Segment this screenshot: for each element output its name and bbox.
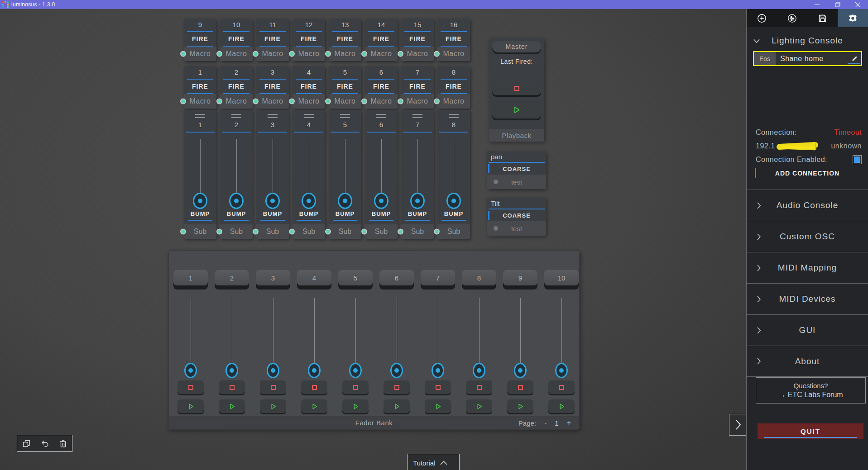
sidebar-item-audio-console[interactable]: Audio Console — [747, 190, 868, 221]
sidebar-item-about[interactable]: About — [747, 346, 868, 377]
sub-row[interactable]: Sub — [437, 224, 470, 239]
macro-row[interactable]: Macro — [329, 47, 361, 61]
macro-row[interactable]: Macro — [184, 47, 216, 61]
bank-select-button[interactable]: 8 — [462, 270, 496, 285]
bump-button[interactable]: BUMP — [437, 210, 470, 217]
minimize-icon[interactable] — [807, 0, 827, 9]
sidebar-item-midi-devices[interactable]: MIDI Devices — [747, 283, 868, 314]
bump-button[interactable]: BUMP — [401, 210, 434, 217]
bank-select-button[interactable]: 9 — [503, 270, 537, 285]
master-button[interactable]: Master — [492, 41, 541, 52]
master-play-button[interactable] — [492, 101, 541, 119]
save-icon[interactable] — [807, 9, 838, 27]
undo-icon[interactable] — [40, 439, 49, 448]
bank-stop-button[interactable] — [260, 380, 286, 394]
bank-stop-button[interactable] — [507, 380, 533, 394]
fader-knob[interactable] — [473, 363, 485, 378]
fader-track[interactable] — [417, 139, 418, 199]
fire-button[interactable]: FIRE — [220, 80, 253, 93]
fire-button[interactable]: FIRE — [365, 80, 398, 93]
duplicate-icon[interactable] — [22, 439, 31, 448]
bank-stop-button[interactable] — [425, 380, 451, 394]
bump-button[interactable]: BUMP — [329, 210, 361, 217]
fader-track[interactable] — [520, 298, 521, 367]
bump-button[interactable]: BUMP — [293, 210, 325, 217]
drag-handle-icon[interactable] — [268, 114, 278, 118]
bank-select-button[interactable]: 3 — [256, 270, 290, 285]
fader-track[interactable] — [309, 139, 309, 199]
sub-row[interactable]: Sub — [220, 224, 253, 239]
bank-stop-button[interactable] — [466, 380, 492, 394]
fader-knob[interactable] — [184, 363, 197, 378]
macro-row[interactable]: Macro — [401, 94, 434, 109]
fire-button[interactable]: FIRE — [329, 80, 361, 93]
macro-row[interactable]: Macro — [365, 94, 398, 109]
fire-button[interactable]: FIRE — [329, 32, 361, 46]
restore-icon[interactable] — [827, 0, 848, 9]
fire-button[interactable]: FIRE — [437, 32, 470, 46]
fader-knob[interactable] — [193, 193, 207, 209]
fire-button[interactable]: FIRE — [293, 80, 325, 93]
pan-name-input[interactable]: pan — [487, 151, 546, 162]
macro-row[interactable]: Macro — [220, 94, 253, 109]
lighting-console-header[interactable]: Lighting Console — [747, 34, 868, 47]
drag-handle-icon[interactable] — [449, 114, 459, 118]
fader-track[interactable] — [273, 298, 273, 367]
macro-row[interactable]: Macro — [256, 47, 289, 61]
questions-link[interactable]: Questions? → ETC Labs Forum — [756, 377, 866, 404]
bump-button[interactable]: BUMP — [220, 210, 253, 217]
fader-knob[interactable] — [432, 363, 444, 378]
sidebar-item-gui[interactable]: GUI — [747, 314, 868, 346]
add-block-icon[interactable] — [747, 9, 777, 27]
fader-knob[interactable] — [514, 363, 527, 378]
pan-test-row[interactable]: test — [487, 175, 546, 189]
bank-play-button[interactable] — [342, 399, 369, 413]
fader-track[interactable] — [232, 298, 232, 367]
bank-stop-button[interactable] — [548, 380, 575, 394]
fader-knob[interactable] — [374, 193, 388, 209]
fader-knob[interactable] — [267, 363, 279, 378]
bank-play-button[interactable] — [177, 399, 204, 413]
bump-button[interactable]: BUMP — [365, 210, 398, 217]
drag-handle-icon[interactable] — [195, 114, 205, 118]
sidebar-item-custom-osc[interactable]: Custom OSC — [747, 221, 868, 252]
macro-row[interactable]: Macro — [220, 47, 253, 61]
bank-stop-button[interactable] — [342, 380, 369, 394]
sidebar-collapse-button[interactable] — [729, 414, 746, 436]
bank-stop-button[interactable] — [384, 380, 410, 394]
fire-button[interactable]: FIRE — [256, 32, 289, 46]
fader-track[interactable] — [479, 298, 480, 367]
bank-select-button[interactable]: 1 — [173, 270, 208, 285]
workspace-canvas[interactable]: Master Last Fired: Playback pan COARSE t… — [0, 9, 746, 470]
bank-select-button[interactable]: 4 — [297, 270, 331, 285]
bank-play-button[interactable] — [219, 399, 245, 413]
bank-play-button[interactable] — [384, 399, 410, 413]
bank-play-button[interactable] — [507, 399, 533, 413]
bank-play-button[interactable] — [425, 399, 451, 413]
fire-button[interactable]: FIRE — [293, 32, 325, 46]
sub-row[interactable]: Sub — [365, 224, 398, 239]
fader-track[interactable] — [314, 298, 315, 367]
fader-knob[interactable] — [446, 193, 461, 209]
macro-row[interactable]: Macro — [437, 94, 470, 109]
pan-mode-select[interactable]: COARSE — [487, 163, 546, 175]
fire-button[interactable]: FIRE — [184, 32, 216, 46]
page-plus-button[interactable]: + — [565, 419, 573, 427]
tilt-mode-select[interactable]: COARSE — [487, 209, 546, 221]
sub-row[interactable]: Sub — [184, 224, 216, 239]
master-stop-button[interactable] — [492, 81, 541, 95]
bank-stop-button[interactable] — [177, 380, 204, 394]
macro-row[interactable]: Macro — [437, 47, 470, 61]
bump-button[interactable]: BUMP — [256, 210, 289, 217]
fader-knob[interactable] — [338, 193, 352, 209]
macro-row[interactable]: Macro — [329, 94, 361, 109]
bank-stop-button[interactable] — [219, 380, 245, 394]
macro-row[interactable]: Macro — [256, 94, 289, 109]
fader-knob[interactable] — [302, 193, 316, 209]
fader-knob[interactable] — [555, 363, 568, 378]
console-name-value[interactable]: Shane home — [776, 55, 848, 63]
fader-knob[interactable] — [265, 193, 280, 209]
fire-button[interactable]: FIRE — [365, 32, 398, 46]
bank-select-button[interactable]: 7 — [421, 270, 455, 285]
fader-track[interactable] — [355, 298, 356, 367]
